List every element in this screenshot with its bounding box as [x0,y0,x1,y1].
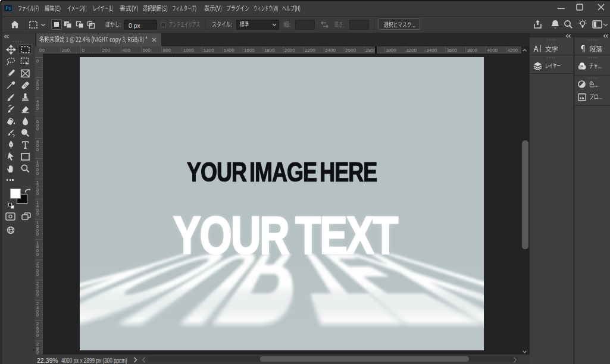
svg-text:2400: 2400 [325,48,336,53]
svg-text:00: 00 [39,48,45,53]
svg-text:0: 0 [82,48,85,53]
svg-text:0: 0 [36,147,39,152]
svg-text:600: 600 [143,48,151,53]
svg-text:0: 0 [36,252,39,257]
svg-text:0: 0 [36,211,39,216]
svg-text:4000: 4000 [487,48,498,53]
svg-text:0: 0 [36,171,39,176]
svg-text:0: 0 [36,231,39,237]
svg-text:0: 0 [36,353,39,354]
svg-text:2000: 2000 [284,48,295,53]
svg-text:400: 400 [123,48,131,53]
svg-text:3600: 3600 [446,48,457,53]
svg-text:1600: 1600 [244,48,255,53]
svg-text:2800: 2800 [365,48,376,53]
svg-text:200: 200 [62,48,70,53]
svg-text:0: 0 [36,292,39,297]
svg-text:3200: 3200 [406,48,417,53]
svg-text:0: 0 [36,191,39,196]
svg-text:0: 0 [36,332,39,338]
svg-text:1200: 1200 [204,48,214,53]
svg-text:1000: 1000 [183,48,194,53]
svg-text:0: 0 [36,312,39,318]
svg-text:0: 0 [36,86,39,91]
svg-text:0: 0 [36,272,39,277]
svg-text:0: 0 [36,106,39,111]
svg-text:800: 800 [163,48,171,53]
svg-text:0: 0 [36,58,39,64]
svg-text:0: 0 [36,126,39,131]
svg-text:200: 200 [102,48,111,53]
